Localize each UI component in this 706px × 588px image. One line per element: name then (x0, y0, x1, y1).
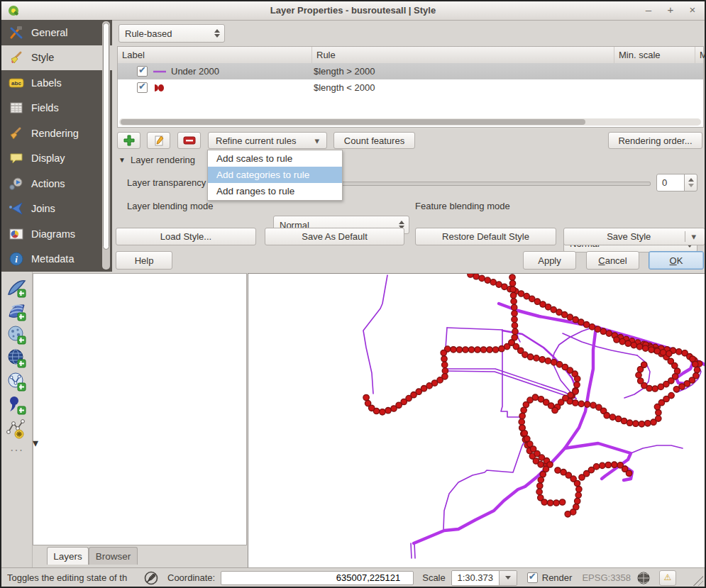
panel-handle-icon[interactable]: • • • (1, 448, 32, 453)
rules-table-header: Label Rule Min. scale Max (118, 47, 703, 64)
layer-blending-label: Layer blending mode (127, 201, 213, 211)
sidebar-item-label: Joins (31, 203, 55, 214)
restore-default-style-label: Restore Default Style (442, 231, 529, 242)
crs-status-icon[interactable] (636, 571, 651, 585)
add-rule-button[interactable] (117, 132, 140, 149)
sidebar-item-actions[interactable]: Actions (1, 171, 112, 196)
dropdown-arrow-icon[interactable]: ▾ (685, 231, 696, 242)
resize-grip[interactable] (693, 576, 703, 586)
scale-value[interactable]: 1:30.373 (452, 571, 499, 585)
add-postgis-layer-button[interactable] (6, 324, 27, 345)
rule-checkbox[interactable]: ✔ (137, 66, 148, 77)
statusbar: Toggles the editing state of th Coordina… (1, 567, 705, 587)
add-vector-icon (6, 277, 27, 299)
apply-label: Apply (538, 255, 561, 266)
save-as-default-label: Save As Default (302, 231, 368, 242)
edit-rule-button[interactable] (147, 132, 170, 149)
sidebar-scrollbar[interactable] (102, 21, 110, 270)
save-style-button[interactable]: Save Style ▾ (563, 228, 705, 245)
table-row[interactable]: ✔ $length < 2000 (118, 79, 703, 96)
add-wms-layer-button[interactable] (6, 348, 27, 369)
col-label[interactable]: Label (118, 47, 311, 63)
count-features-button[interactable]: Count features (333, 132, 415, 149)
crs-status: EPSG:3358 (582, 572, 631, 583)
renderer-type-combo[interactable]: Rule-based (118, 24, 225, 43)
sidebar-item-joins[interactable]: Joins (1, 196, 112, 222)
rules-table[interactable]: Label Rule Min. scale Max ✔ Under 2000 $… (117, 46, 704, 128)
menu-item-add-ranges[interactable]: Add ranges to rule (208, 183, 342, 199)
sidebar-item-fields[interactable]: Fields (1, 96, 112, 121)
sidebar-item-label: General (31, 27, 68, 38)
spinbox-arrows[interactable] (684, 174, 697, 192)
table-hscrollbar-thumb[interactable] (121, 119, 585, 125)
scale-label: Scale (422, 572, 446, 583)
toolbar-dropdown-arrow-icon[interactable]: ▾ (33, 436, 38, 450)
layer-rendering-section-label[interactable]: Layer rendering (131, 155, 195, 165)
restore-default-style-button[interactable]: Restore Default Style (415, 228, 556, 245)
help-button[interactable]: Help (116, 251, 172, 270)
toggle-editing-icon[interactable] (143, 571, 159, 585)
col-max-scale[interactable]: Max (695, 47, 705, 63)
refine-rules-button[interactable]: Refine current rules ▾ (208, 132, 327, 149)
col-rule[interactable]: Rule (311, 47, 614, 63)
menu-item-add-categories[interactable]: Add categories to rule (208, 167, 342, 183)
table-hscrollbar[interactable] (119, 118, 701, 126)
rule-checkbox[interactable]: ✔ (137, 82, 148, 93)
rendering-order-button[interactable]: Rendering order... (608, 132, 702, 149)
menu-item-add-scales[interactable]: Add scales to rule (208, 150, 342, 167)
transparency-value[interactable]: 0 (656, 174, 685, 192)
disclosure-triangle-icon[interactable]: ▼ (118, 156, 126, 164)
add-delimited-text-button[interactable] (6, 394, 27, 416)
tab-browser[interactable]: Browser (89, 547, 138, 565)
refine-rules-label: Refine current rules (216, 135, 296, 146)
maximize-button[interactable]: + (661, 1, 680, 20)
join-arrow-icon (9, 201, 24, 216)
remove-rule-button[interactable] (177, 132, 201, 149)
tools-icon (9, 25, 24, 40)
help-label: Help (135, 255, 154, 266)
add-wfs-layer-button[interactable] (6, 371, 27, 392)
col-min-scale[interactable]: Min. scale (614, 47, 695, 63)
scale-combo[interactable]: 1:30.373 (451, 570, 517, 586)
save-style-label: Save Style (573, 231, 685, 242)
save-as-default-button[interactable]: Save As Default (265, 228, 404, 245)
sidebar-item-label: Metadata (31, 253, 74, 265)
cancel-button[interactable]: Cancel (586, 251, 639, 270)
sidebar-item-display[interactable]: Display (1, 146, 112, 172)
messages-warning-icon[interactable]: ⚠ (659, 570, 676, 586)
layer-transparency-label: Layer transparency (127, 177, 206, 188)
tab-layers-label: Layers (53, 551, 82, 562)
load-style-button[interactable]: Load Style... (116, 228, 256, 245)
transparency-spinbox[interactable]: 0 (656, 174, 697, 192)
sidebar-item-metadata[interactable]: i Metadata (1, 247, 112, 272)
map-canvas[interactable] (248, 273, 705, 567)
sidebar-item-style[interactable]: Style (1, 45, 112, 71)
sidebar-item-rendering[interactable]: Rendering (1, 121, 112, 146)
table-icon (9, 100, 24, 116)
add-raster-icon (6, 301, 27, 322)
add-raster-layer-button[interactable] (6, 301, 27, 322)
sidebar-item-diagrams[interactable]: Diagrams (1, 221, 112, 247)
sidebar-item-labels[interactable]: abc Labels (1, 70, 112, 96)
rule-label: Under 2000 (171, 66, 219, 77)
qgis-logo-icon (7, 4, 20, 17)
apply-button[interactable]: Apply (523, 251, 576, 270)
render-checkbox[interactable]: ✔ (527, 572, 538, 583)
coordinate-input[interactable] (221, 571, 414, 585)
rule-expression: $length < 2000 (314, 82, 375, 93)
feature-blending-label: Feature blending mode (415, 201, 510, 211)
check-icon: ✔ (138, 81, 146, 91)
layers-panel[interactable] (33, 273, 247, 545)
add-vector-layer-button[interactable] (6, 277, 27, 299)
scale-dropdown-arrow-icon[interactable] (499, 571, 517, 585)
sidebar-scrollbar-thumb[interactable] (103, 23, 109, 250)
new-shapefile-layer-button[interactable] (6, 418, 27, 439)
minimize-button[interactable]: – (639, 1, 658, 20)
ok-button[interactable]: OK (649, 251, 704, 270)
sidebar-item-general[interactable]: General (1, 20, 112, 45)
dialog-titlebar[interactable]: Layer Properties - busroutesall | Style … (1, 1, 705, 21)
paintbrush-icon (9, 50, 24, 65)
close-button[interactable]: × (683, 1, 702, 20)
tab-layers[interactable]: Layers (47, 547, 89, 565)
table-row[interactable]: ✔ Under 2000 $length > 2000 (118, 63, 703, 79)
